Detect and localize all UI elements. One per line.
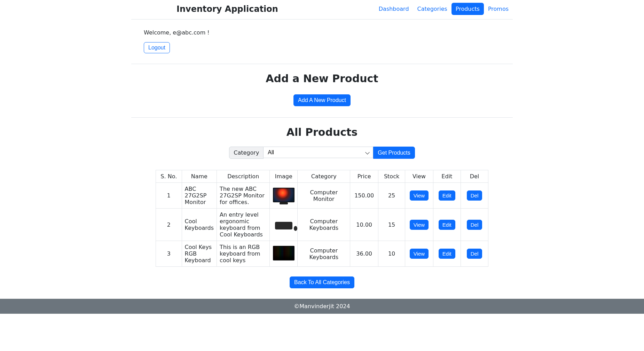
nav-links: Dashboard Categories Products Promos xyxy=(375,3,513,15)
th-view: View xyxy=(405,170,433,183)
th-edit: Edit xyxy=(433,170,461,183)
th-del: Del xyxy=(461,170,488,183)
cell-category: Computer Keyboards xyxy=(298,241,350,267)
cell-price: 36.00 xyxy=(350,241,378,267)
th-description: Description xyxy=(217,170,270,183)
cell-description: This is an RGB keyboard from cool keys xyxy=(217,241,270,267)
add-product-section: Add a New Product Add A New Product xyxy=(131,64,513,118)
del-button[interactable]: Del xyxy=(467,190,482,201)
cell-image xyxy=(270,183,298,209)
logout-button[interactable]: Logout xyxy=(144,42,170,53)
category-select[interactable]: All xyxy=(264,147,373,158)
table-row: 3Cool Keys RGB KeyboardThis is an RGB ke… xyxy=(156,241,488,267)
table-row: 1ABC 27G2SP MonitorThe new ABC 27G2SP Mo… xyxy=(156,183,488,209)
cell-stock: 25 xyxy=(378,183,405,209)
cell-category: Computer Monitor xyxy=(298,183,350,209)
cell-name: ABC 27G2SP Monitor xyxy=(182,183,217,209)
add-product-button[interactable]: Add A New Product xyxy=(293,94,351,106)
add-product-heading: Add a New Product xyxy=(131,72,513,85)
edit-button[interactable]: Edit xyxy=(439,249,455,259)
cell-price: 10.00 xyxy=(350,209,378,241)
th-category: Category xyxy=(298,170,350,183)
cell-sno: 1 xyxy=(156,183,182,209)
category-filter-group: Category All Get Products xyxy=(229,147,415,159)
del-button[interactable]: Del xyxy=(467,220,482,230)
cell-category: Computer Keyboards xyxy=(298,209,350,241)
footer-text: ©Manvinderjit 2024 xyxy=(294,303,350,310)
get-products-button[interactable]: Get Products xyxy=(373,147,415,159)
cell-image xyxy=(270,209,298,241)
product-thumbnail xyxy=(273,188,294,202)
th-sno: S. No. xyxy=(156,170,182,183)
cell-image xyxy=(270,241,298,267)
cell-name: Cool Keyboards xyxy=(182,209,217,241)
app-brand: Inventory Application xyxy=(131,4,278,14)
welcome-block: Welcome, e@abc.com ! Logout xyxy=(131,20,513,64)
cell-sno: 2 xyxy=(156,209,182,241)
cell-description: An entry level ergonomic keyboard from C… xyxy=(217,209,270,241)
cell-stock: 15 xyxy=(378,209,405,241)
all-products-section: All Products Category All Get Products S… xyxy=(131,118,513,299)
product-thumbnail xyxy=(275,222,292,229)
edit-button[interactable]: Edit xyxy=(439,220,455,230)
th-stock: Stock xyxy=(378,170,405,183)
nav-dashboard[interactable]: Dashboard xyxy=(375,3,413,15)
footer: ©Manvinderjit 2024 xyxy=(0,299,644,314)
nav-products[interactable]: Products xyxy=(451,3,484,15)
products-table: S. No. Name Description Image Category P… xyxy=(156,170,488,267)
product-thumbnail xyxy=(273,246,294,260)
cell-stock: 10 xyxy=(378,241,405,267)
view-button[interactable]: View xyxy=(410,220,429,230)
del-button[interactable]: Del xyxy=(467,249,482,259)
view-button[interactable]: View xyxy=(410,249,429,259)
table-row: 2Cool KeyboardsAn entry level ergonomic … xyxy=(156,209,488,241)
th-price: Price xyxy=(350,170,378,183)
nav-promos[interactable]: Promos xyxy=(484,3,513,15)
welcome-text: Welcome, e@abc.com ! xyxy=(144,29,513,36)
navbar: Inventory Application Dashboard Categori… xyxy=(131,0,513,20)
cell-sno: 3 xyxy=(156,241,182,267)
cell-name: Cool Keys RGB Keyboard xyxy=(182,241,217,267)
back-to-categories-button[interactable]: Back To All Categories xyxy=(290,276,354,288)
th-name: Name xyxy=(182,170,217,183)
edit-button[interactable]: Edit xyxy=(439,190,455,201)
view-button[interactable]: View xyxy=(410,190,429,201)
all-products-heading: All Products xyxy=(131,126,513,138)
cell-description: The new ABC 27G2SP Monitor for offices. xyxy=(217,183,270,209)
cell-price: 150.00 xyxy=(350,183,378,209)
th-image: Image xyxy=(270,170,298,183)
nav-categories[interactable]: Categories xyxy=(413,3,451,15)
category-filter-label: Category xyxy=(229,147,264,159)
